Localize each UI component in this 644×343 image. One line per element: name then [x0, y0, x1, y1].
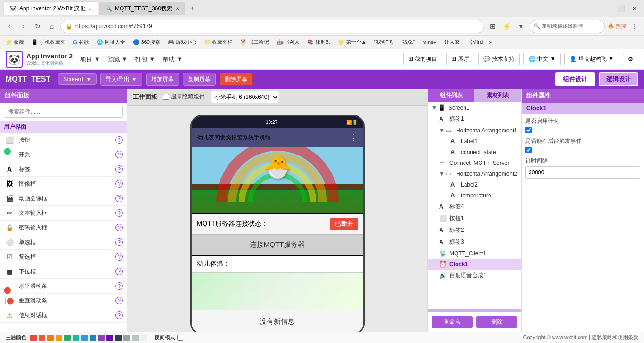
switch-help-icon[interactable]: ? [115, 151, 123, 158]
home-btn[interactable]: ⌂ [46, 21, 57, 32]
tree-clock1[interactable]: ⏰ Clock1 [428, 259, 521, 270]
refresh-btn[interactable]: ↻ [32, 21, 43, 32]
import-export-btn[interactable]: 导入/导出 ▼ [100, 73, 142, 86]
rename-btn[interactable]: 重命名 [432, 316, 473, 328]
delete-comp-btn[interactable]: 删除 [476, 316, 517, 328]
color-yellow[interactable] [56, 335, 62, 341]
bookmark-first[interactable]: 🌟 第一个▲ [336, 38, 368, 47]
tree-mqtt-client[interactable]: 📡 MQTT_Client1 [428, 248, 521, 259]
night-mode-toggle[interactable]: 夜间模式 [155, 334, 183, 341]
comp-animated-image[interactable]: 🎬 动画图像框 ? [0, 191, 127, 206]
copy-screen-btn[interactable]: 复制屏幕 [183, 73, 216, 86]
design-mode-btn[interactable]: 组件设计 [555, 72, 595, 86]
bookmark-folder[interactable]: 📁 收藏夹栏 [202, 38, 235, 47]
bookmark-games[interactable]: 🎮 游戏中心 [166, 38, 198, 47]
tree-baidu-voice[interactable]: 🔊 百度语音合成1 [428, 270, 521, 281]
bookmark-class[interactable]: 📚 课时5: [305, 38, 332, 47]
comp-password[interactable]: 🔒 密码输入框 ? [0, 220, 127, 235]
color-teal[interactable] [73, 335, 79, 341]
bookmark-ai[interactable]: 🤖 《AI人 [275, 38, 302, 47]
color-dark-purple[interactable] [106, 335, 113, 341]
textinput-help-icon[interactable]: ? [115, 209, 123, 217]
animated-image-help-icon[interactable]: ? [115, 195, 123, 202]
tab-active[interactable]: 🐼 App Inventor 2 WxBit 汉化 ✕ [4, 2, 98, 15]
comp-switch[interactable]: ⬤— 开关 ? [0, 147, 127, 162]
bookmark-mind1[interactable]: Mind+ [420, 39, 438, 46]
color-orange[interactable] [47, 335, 54, 341]
color-red[interactable] [30, 335, 37, 341]
comp-textinput[interactable]: ✏ 文本输入框 ? [0, 206, 127, 220]
logic-mode-btn[interactable]: 逻辑设计 [599, 72, 638, 86]
bookmark-rabbit1[interactable]: "我兔"飞 [372, 38, 395, 47]
color-green[interactable] [64, 335, 71, 341]
tree-connect-state[interactable]: A connect_state [428, 147, 521, 157]
support-btn[interactable]: 💬 技术支持 [478, 53, 520, 65]
menu-build[interactable]: 打包 ▼ [135, 55, 155, 64]
comp-label[interactable]: A 标签 ? [0, 162, 127, 177]
comp-dropdown[interactable]: ▦ 下拉框 ? [0, 264, 127, 279]
tree-screen1[interactable]: ▼ 📱 Screen1 [428, 102, 521, 113]
comp-vslider[interactable]: |⬤ 垂直滑动条 ? [0, 294, 127, 308]
image-help-icon[interactable]: ? [115, 180, 123, 188]
comp-checkbox[interactable]: ☑ 复选框 ? [0, 250, 127, 264]
delete-screen-btn[interactable]: 删除屏幕 [220, 73, 253, 86]
show-hidden-checkbox[interactable] [163, 94, 169, 100]
tab-close-btn2[interactable]: ✕ [175, 6, 179, 11]
color-blue[interactable] [81, 335, 88, 341]
tree-harr2[interactable]: ▼ ▭ HorizontalArrangement2 [428, 168, 521, 179]
color-dark-gray[interactable] [115, 335, 122, 341]
color-purple[interactable] [98, 335, 105, 341]
password-help-icon[interactable]: ? [115, 224, 123, 231]
screen-select-btn[interactable]: Screen1 ▼ [58, 74, 97, 85]
comp-hslider[interactable]: —⬤ 水平滑动条 ? [0, 279, 127, 294]
menu-btn[interactable]: ⋮ [629, 21, 640, 32]
tree-label-b[interactable]: A Label2 [428, 179, 521, 190]
background-trigger-checkbox[interactable] [525, 147, 532, 153]
color-white[interactable] [140, 335, 147, 341]
menu-help[interactable]: 帮助 ▼ [163, 55, 182, 64]
back-btn[interactable]: ‹ [4, 21, 15, 32]
comp-button[interactable]: ⬜ 按钮 ? [0, 133, 127, 147]
radio-help-icon[interactable]: ? [115, 238, 123, 246]
bookmark-mobile[interactable]: 📱 手机收藏夹 [30, 38, 67, 47]
user-btn[interactable]: 👤 塔高赵鸿飞 ▼ [564, 53, 619, 65]
dialog-help-icon[interactable]: ? [115, 311, 123, 319]
bookmark-360[interactable]: 🔵 360搜索 [131, 38, 162, 47]
search-input[interactable] [4, 106, 123, 118]
interval-input[interactable] [525, 166, 640, 179]
color-orange-red[interactable] [39, 335, 45, 341]
tree-connect-mqtt[interactable]: ▭ Connect_MQTT_Server [428, 157, 521, 168]
tree-label2[interactable]: A Label1 [428, 136, 521, 147]
checkbox-help-icon[interactable]: ? [115, 253, 123, 261]
dropdown-help-icon[interactable]: ? [115, 268, 123, 275]
comp-dialog[interactable]: ⚠ 信息对话框 ? [0, 308, 127, 323]
menu-preview[interactable]: 预览 ▼ [108, 55, 128, 64]
add-screen-btn[interactable]: 增加屏幕 [146, 73, 179, 86]
new-tab-btn[interactable]: + [187, 3, 198, 14]
language-btn[interactable]: 🌐 中文 ▼ [523, 53, 561, 65]
comp-radio[interactable]: ⚪ 单选框 ? [0, 235, 127, 250]
minimize-btn[interactable]: — [601, 3, 612, 14]
comp-list-tab2[interactable]: 素材列表 [474, 89, 521, 102]
tree-label2b[interactable]: A 标签2 [428, 224, 521, 236]
tree-label1[interactable]: A 标签1 [428, 113, 521, 125]
lightning-btn[interactable]: ⚡ [501, 21, 513, 32]
button-help-icon[interactable]: ? [115, 136, 123, 144]
address-bar[interactable]: 🔒 https://app.wxbit.com/#769179 [60, 20, 484, 33]
label-help-icon[interactable]: ? [115, 165, 123, 173]
bookmark-google[interactable]: G 谷歌 [71, 38, 91, 47]
forward-btn[interactable]: › [18, 21, 29, 32]
bookmark-share[interactable]: 让大家 [442, 38, 462, 47]
bookmark-urls[interactable]: 🌐 网址大全 [95, 38, 127, 47]
my-projects-btn[interactable]: ⊞ 我的项目 [403, 53, 442, 65]
color-light-gray[interactable] [132, 335, 139, 341]
show-hidden-label[interactable]: 显示隐藏组件 [163, 93, 205, 101]
menu-project[interactable]: 项目 ▼ [80, 55, 100, 64]
tab-inactive[interactable]: 🔍 MQTT_TEST_360搜索 ✕ [99, 2, 185, 15]
settings-btn[interactable]: ⚙ [623, 54, 638, 65]
gallery-btn[interactable]: ⊞ 展厅 [446, 53, 474, 65]
bookmark-erha[interactable]: 🐕 【二哈记 [238, 38, 271, 47]
close-btn[interactable]: ✕ [629, 3, 640, 14]
tab-close-btn[interactable]: ✕ [88, 6, 92, 11]
dropdown-btn[interactable]: ▾ [515, 21, 527, 32]
